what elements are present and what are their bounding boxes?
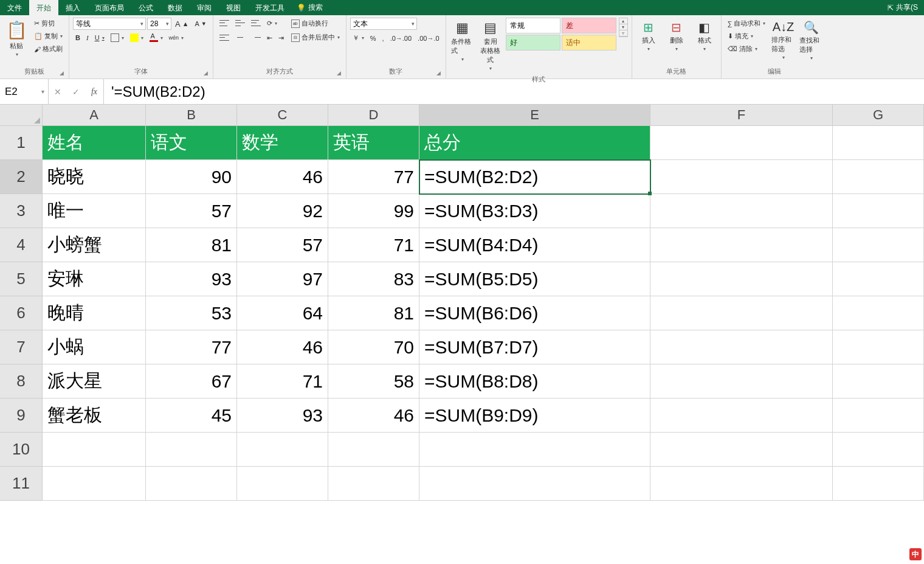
cell-E5[interactable]: =SUM(B5:D5) xyxy=(419,262,650,296)
row-header-2[interactable]: 2 xyxy=(0,160,43,194)
font-color-button[interactable]: ▾ xyxy=(147,32,165,43)
cell-C5[interactable]: 97 xyxy=(237,262,328,296)
cell-D2[interactable]: 77 xyxy=(328,160,419,194)
row-header-8[interactable]: 8 xyxy=(0,364,43,399)
cell-D11[interactable] xyxy=(328,467,419,501)
decrease-decimal-button[interactable]: .00→.0 xyxy=(415,33,441,43)
cell-G11[interactable] xyxy=(833,467,924,501)
cell-C11[interactable] xyxy=(237,467,328,501)
conditional-format-button[interactable]: ▦条件格式▾ xyxy=(450,18,475,64)
chevron-down-icon[interactable]: ▾ xyxy=(619,24,627,30)
cell-E9[interactable]: =SUM(B9:D9) xyxy=(419,399,650,433)
worksheet-grid[interactable]: ABCDEFG 1姓名语文数学英语总分2晓晓904677=SUM(B2:D2)3… xyxy=(0,105,924,501)
row-header-3[interactable]: 3 xyxy=(0,194,43,228)
sort-filter-button[interactable]: A↓Z排序和筛选▾ xyxy=(770,18,796,63)
gallery-expand-icon[interactable]: ▿ xyxy=(619,30,627,37)
align-center-button[interactable] xyxy=(233,32,247,43)
fill-button[interactable]: ⬇填充▾ xyxy=(725,30,768,42)
wrap-text-button[interactable]: ab自动换行 xyxy=(289,18,342,29)
insert-cells-button[interactable]: ⊞插入▾ xyxy=(636,18,661,54)
tab-home[interactable]: 开始 xyxy=(29,0,58,15)
col-header-B[interactable]: B xyxy=(146,105,237,125)
align-right-button[interactable] xyxy=(249,32,263,43)
cell-B10[interactable] xyxy=(146,433,237,467)
cell-D6[interactable]: 81 xyxy=(328,296,419,330)
cell-C8[interactable]: 71 xyxy=(237,364,328,399)
cell-F10[interactable] xyxy=(650,433,833,467)
row-header-1[interactable]: 1 xyxy=(0,126,43,160)
autosum-button[interactable]: ∑自动求和▾ xyxy=(725,18,768,29)
cell-A5[interactable]: 安琳 xyxy=(43,262,146,296)
cell-G3[interactable] xyxy=(833,194,924,228)
col-header-E[interactable]: E xyxy=(419,105,650,125)
cell-A10[interactable] xyxy=(43,433,146,467)
cell-E8[interactable]: =SUM(B8:D8) xyxy=(419,364,650,399)
cell-C6[interactable]: 64 xyxy=(237,296,328,330)
tab-data[interactable]: 数据 xyxy=(160,0,190,15)
cell-B3[interactable]: 57 xyxy=(146,194,237,228)
format-cells-button[interactable]: ◧格式▾ xyxy=(692,18,717,54)
row-header-10[interactable]: 10 xyxy=(0,433,43,467)
cell-D9[interactable]: 46 xyxy=(328,399,419,433)
col-header-A[interactable]: A xyxy=(43,105,146,125)
col-header-F[interactable]: F xyxy=(650,105,833,125)
copy-button[interactable]: 复制▾ xyxy=(32,30,65,42)
align-top-button[interactable] xyxy=(217,18,232,29)
cell-A8[interactable]: 派大星 xyxy=(43,364,146,399)
cell-D10[interactable] xyxy=(328,433,419,467)
cell-B7[interactable]: 77 xyxy=(146,330,237,364)
bold-button[interactable]: B xyxy=(73,33,83,43)
comma-button[interactable]: , xyxy=(380,33,387,43)
cell-B5[interactable]: 93 xyxy=(146,262,237,296)
style-neutral[interactable]: 适中 xyxy=(562,35,616,50)
cell-B6[interactable]: 53 xyxy=(146,296,237,330)
cell-F5[interactable] xyxy=(650,262,833,296)
cell-G9[interactable] xyxy=(833,399,924,433)
increase-indent-button[interactable]: ⇥ xyxy=(276,33,286,43)
cell-F11[interactable] xyxy=(650,467,833,501)
cell-E10[interactable] xyxy=(419,433,650,467)
cell-G6[interactable] xyxy=(833,296,924,330)
tab-insert[interactable]: 插入 xyxy=(58,0,88,15)
share-button[interactable]: ⇱ 共享(S xyxy=(881,0,924,15)
cell-A9[interactable]: 蟹老板 xyxy=(43,399,146,433)
dialog-launcher-icon[interactable]: ◢ xyxy=(204,70,208,76)
format-painter-button[interactable]: 格式刷 xyxy=(32,43,65,55)
border-button[interactable]: ▾ xyxy=(108,32,126,43)
cell-B1[interactable]: 语文 xyxy=(146,126,237,160)
tab-page-layout[interactable]: 页面布局 xyxy=(88,0,131,15)
tab-formulas[interactable]: 公式 xyxy=(131,0,160,15)
dialog-launcher-icon[interactable]: ◢ xyxy=(60,70,64,76)
cell-G5[interactable] xyxy=(833,262,924,296)
cell-C10[interactable] xyxy=(237,433,328,467)
cell-B2[interactable]: 90 xyxy=(146,160,237,194)
cell-B4[interactable]: 81 xyxy=(146,228,237,262)
cell-E6[interactable]: =SUM(B6:D6) xyxy=(419,296,650,330)
decrease-indent-button[interactable]: ⇤ xyxy=(264,33,275,43)
tab-file[interactable]: 文件 xyxy=(0,0,29,15)
cut-button[interactable]: 剪切 xyxy=(32,18,65,29)
enter-formula-button[interactable]: ✓ xyxy=(67,79,85,104)
gallery-scroll[interactable]: ▴▾▿ xyxy=(619,18,628,37)
cell-A1[interactable]: 姓名 xyxy=(43,126,146,160)
dialog-launcher-icon[interactable]: ◢ xyxy=(337,70,341,76)
cell-C3[interactable]: 92 xyxy=(237,194,328,228)
cancel-formula-button[interactable]: ✕ xyxy=(49,79,67,104)
grow-font-button[interactable]: A▲ xyxy=(173,18,191,30)
cell-G2[interactable] xyxy=(833,160,924,194)
name-box[interactable]: E2 xyxy=(0,79,49,104)
percent-button[interactable]: % xyxy=(368,33,379,43)
cell-G10[interactable] xyxy=(833,433,924,467)
cell-B9[interactable]: 45 xyxy=(146,399,237,433)
insert-function-button[interactable]: fx xyxy=(85,79,103,104)
accounting-format-button[interactable]: ￥▾ xyxy=(350,32,367,44)
cell-E1[interactable]: 总分 xyxy=(419,126,650,160)
cell-G1[interactable] xyxy=(833,126,924,160)
col-header-C[interactable]: C xyxy=(237,105,328,125)
cell-G4[interactable] xyxy=(833,228,924,262)
dialog-launcher-icon[interactable]: ◢ xyxy=(436,70,441,76)
cell-F8[interactable] xyxy=(650,364,833,399)
chevron-up-icon[interactable]: ▴ xyxy=(619,18,627,24)
cell-C7[interactable]: 46 xyxy=(237,330,328,364)
cell-C4[interactable]: 57 xyxy=(237,228,328,262)
